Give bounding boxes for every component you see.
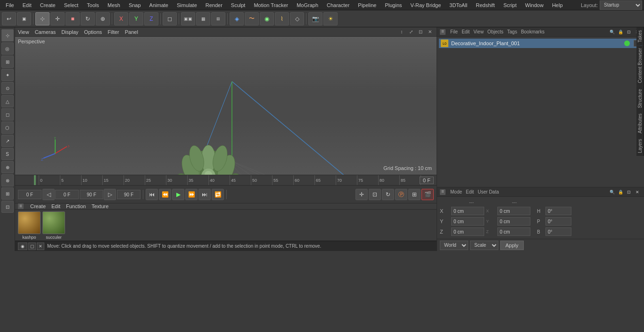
z-axis-button[interactable]: Z xyxy=(144,12,158,25)
menu-edit[interactable]: Edit xyxy=(19,1,35,9)
sidebar-btn-2[interactable]: ◎ xyxy=(1,42,14,55)
timeline-ruler[interactable]: 0 5 10 15 20 25 30 35 40 45 50 55 60 65 … xyxy=(15,175,437,186)
mat-menu-edit[interactable]: Edit xyxy=(51,203,60,209)
obj-menu-edit[interactable]: Edit xyxy=(462,29,470,34)
menu-motion-tracker[interactable]: Motion Tracker xyxy=(250,1,292,9)
redo-button[interactable]: ▣ xyxy=(17,12,31,25)
menu-pipeline[interactable]: Pipeline xyxy=(354,1,380,9)
obj-menu-bookmarks[interactable]: Bookmarks xyxy=(521,29,545,34)
obj-menu-file[interactable]: File xyxy=(450,29,458,34)
nurbs-button[interactable]: ◉ xyxy=(260,12,274,25)
key-pos-btn[interactable]: Ⓟ xyxy=(395,189,407,200)
sidebar-btn-14[interactable]: ⊡ xyxy=(1,201,14,213)
object-visibility-dot[interactable] xyxy=(624,40,630,46)
status-mode-btn-1[interactable]: ◉ xyxy=(18,243,27,250)
vp-menu-options[interactable]: Options xyxy=(84,29,102,35)
sidebar-btn-12[interactable]: ⊗ xyxy=(1,174,14,186)
render-region-button[interactable]: ▦ xyxy=(196,12,210,25)
select-tool-button[interactable]: ⊹ xyxy=(35,12,50,25)
attr-lock-btn[interactable]: 🔒 xyxy=(617,188,624,196)
sidebar-btn-13[interactable]: ⊞ xyxy=(1,187,14,200)
menu-create[interactable]: Create xyxy=(36,1,59,9)
attr-menu-userdata[interactable]: User Data xyxy=(478,189,499,194)
menu-vray[interactable]: V-Ray Bridge xyxy=(407,1,445,9)
vp-menu-cameras[interactable]: Cameras xyxy=(35,29,56,35)
cube-button[interactable]: ◈ xyxy=(230,12,244,25)
obj-lock-btn[interactable]: 🔒 xyxy=(617,28,624,36)
vp-ctrl-2[interactable]: ⤢ xyxy=(407,28,415,36)
menu-tools[interactable]: Tools xyxy=(83,1,103,9)
layout-dropdown[interactable]: Startup xyxy=(600,0,642,10)
key-scale-btn[interactable]: ⊡ xyxy=(369,189,381,200)
vp-ctrl-4[interactable]: ✕ xyxy=(426,28,434,36)
material-thumb-succuler[interactable] xyxy=(42,211,65,234)
loop-btn[interactable]: 🔁 xyxy=(212,189,224,200)
menu-window[interactable]: Window xyxy=(521,1,547,9)
p-input[interactable] xyxy=(545,217,571,226)
attributes-tab[interactable]: Attributes xyxy=(636,111,644,136)
step-back-btn[interactable]: ⏪ xyxy=(159,189,171,200)
structure-tab[interactable]: Structure xyxy=(636,86,644,111)
go-start-btn[interactable]: ⏮ xyxy=(146,189,158,200)
sidebar-btn-9[interactable]: ↗ xyxy=(1,135,14,147)
render-active-button[interactable]: ⊞ xyxy=(211,12,225,25)
table-row[interactable]: L0 Decorative_Indoor_Plant_001 xyxy=(439,39,642,48)
x-pos-input[interactable] xyxy=(451,207,484,215)
spline-button[interactable]: 〜 xyxy=(245,12,259,25)
obj-menu-view[interactable]: View xyxy=(473,29,484,34)
menu-file[interactable]: File xyxy=(2,1,18,9)
menu-animate[interactable]: Animate xyxy=(146,1,172,9)
obj-menu-objects[interactable]: Objects xyxy=(487,29,504,34)
camera-button[interactable]: 📷 xyxy=(308,12,322,25)
material-thumb-kashpo[interactable] xyxy=(18,211,41,234)
key-move-btn[interactable]: ✛ xyxy=(355,189,368,200)
vp-menu-view[interactable]: View xyxy=(18,29,29,35)
transform-tool-button[interactable]: ⊕ xyxy=(96,12,110,25)
menu-mograph[interactable]: MoGraph xyxy=(293,1,322,9)
attr-menu-edit[interactable]: Edit xyxy=(466,189,474,194)
obj-search-btn[interactable]: 🔍 xyxy=(608,28,616,36)
end-frame-input[interactable] xyxy=(117,190,140,199)
vp-menu-display[interactable]: Display xyxy=(61,29,78,35)
sidebar-btn-8[interactable]: ⬡ xyxy=(1,121,14,134)
obj-menu-tags[interactable]: Tags xyxy=(507,29,517,34)
x-pos2-input[interactable] xyxy=(497,207,530,215)
start-frame-input[interactable] xyxy=(18,190,41,199)
sidebar-btn-10[interactable]: S xyxy=(1,148,14,160)
mat-menu-create[interactable]: Create xyxy=(30,203,46,209)
status-mode-btn-2[interactable]: ▢ xyxy=(28,243,36,250)
y-pos-input[interactable] xyxy=(451,217,484,226)
scene-button[interactable]: ◇ xyxy=(290,12,304,25)
menu-snap[interactable]: Snap xyxy=(125,1,145,9)
step-forward-btn[interactable]: ⏩ xyxy=(185,189,198,200)
h-input[interactable] xyxy=(545,207,571,215)
record-btn[interactable]: 🎬 xyxy=(421,189,434,200)
scale-dropdown[interactable]: Scale xyxy=(470,241,498,250)
menu-3dtoall[interactable]: 3DToAll xyxy=(446,1,471,9)
light-button[interactable]: ☀ xyxy=(323,12,338,25)
key-rot-btn[interactable]: ↻ xyxy=(382,189,394,200)
undo-button[interactable]: ↩ xyxy=(2,12,16,25)
sidebar-btn-4[interactable]: ✦ xyxy=(1,69,14,81)
menu-plugins[interactable]: Plugins xyxy=(381,1,405,9)
y-pos2-input[interactable] xyxy=(497,217,530,226)
sidebar-btn-6[interactable]: △ xyxy=(1,95,14,107)
material-item-succuler[interactable]: succuler xyxy=(42,211,65,240)
mat-menu-function[interactable]: Function xyxy=(66,203,86,209)
move-tool-button[interactable]: ✛ xyxy=(50,12,65,25)
menu-character[interactable]: Character xyxy=(323,1,353,9)
attr-search-btn[interactable]: 🔍 xyxy=(608,188,616,196)
mat-menu-texture[interactable]: Texture xyxy=(91,203,108,209)
render-view-button[interactable]: ▣▣ xyxy=(181,12,195,25)
scale-tool-button[interactable]: ■ xyxy=(66,12,80,25)
preview-end-input[interactable] xyxy=(80,190,103,199)
vp-ctrl-3[interactable]: ⊡ xyxy=(417,28,424,36)
menu-sculpt[interactable]: Sculpt xyxy=(227,1,249,9)
z-pos-input[interactable] xyxy=(451,227,484,236)
object-mode-button[interactable]: ◻ xyxy=(163,12,177,25)
sidebar-btn-3[interactable]: ⊞ xyxy=(1,56,14,68)
sidebar-btn-7[interactable]: ◻ xyxy=(1,108,14,121)
go-end-btn[interactable]: ⏭ xyxy=(198,189,211,200)
z-pos2-input[interactable] xyxy=(497,227,530,236)
key-all-btn[interactable]: ⊞ xyxy=(408,189,421,200)
